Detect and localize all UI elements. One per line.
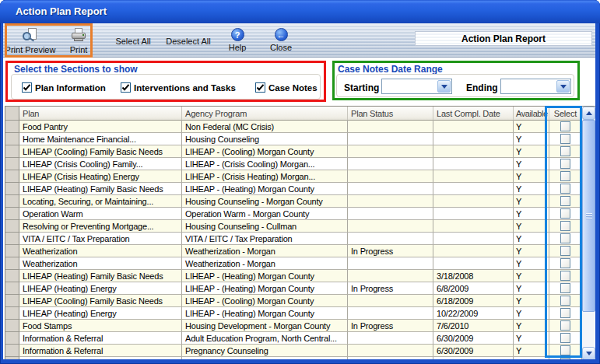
row-selector[interactable] [5, 307, 19, 320]
table-row[interactable]: Food Pantry Non Federal (MC Crisis) Y [5, 121, 595, 133]
cell-agency-program: Housing Counseling - Cullman [182, 220, 348, 233]
row-selector[interactable] [5, 145, 19, 158]
table-row[interactable]: Locating, Securing, or Maintaining... Ho… [5, 195, 595, 208]
cell-agency-program: Housing Development - Morgan County [182, 320, 348, 332]
scrollbar-grip [586, 213, 592, 219]
cell-agency-program: Weatherization - Morgan [182, 257, 348, 270]
cell-plan-status [348, 295, 433, 307]
column-header-plan[interactable]: Plan [19, 107, 182, 121]
table-row[interactable]: Weatherization Weatherization - Morgan Y [5, 257, 595, 270]
row-selector[interactable] [5, 195, 19, 208]
cell-agency-program: Pregnancy Counseling [182, 345, 348, 357]
cell-last-compl-date [433, 208, 514, 220]
cell-plan: LIHEAP (Crisis Cooling) Family... [19, 158, 182, 170]
select-all-label: Select All [115, 37, 150, 46]
cell-plan: Home Maintenance Financial... [19, 133, 182, 145]
row-selector[interactable] [5, 282, 19, 295]
table-row[interactable]: VITA / EITC / Tax Preparation VITA / EIT… [5, 233, 595, 245]
header-row-selector [5, 107, 19, 121]
table-row[interactable]: LIHEAP (Cooling) Family Basic Needs LIHE… [5, 145, 595, 158]
scroll-down-button[interactable] [582, 347, 595, 359]
table-row[interactable]: LIHEAP (Crisis Heating) Energy LIHEAP - … [5, 170, 595, 183]
table-row[interactable]: Weatherization Weatherization - Morgan I… [5, 245, 595, 257]
column-header-last-compl-date[interactable]: Last Compl. Date [433, 107, 514, 121]
help-icon: ? [231, 28, 244, 41]
row-selector[interactable] [5, 357, 19, 359]
cell-last-compl-date [433, 195, 514, 208]
cell-plan-status [348, 170, 433, 183]
table-row[interactable]: Resolving or Preventing Mortgage... Hous… [5, 220, 595, 233]
close-label: Close [270, 43, 292, 52]
cell-plan: Operation Warm [19, 208, 182, 220]
row-selector[interactable] [5, 133, 19, 145]
row-selector[interactable] [5, 345, 19, 357]
cell-plan: LIHEAP (Cooling) Family Basic Needs [19, 295, 182, 307]
cell-plan-status: In Progress [348, 245, 433, 257]
cell-last-compl-date: 6/30/2009 [433, 332, 514, 345]
row-selector[interactable] [5, 257, 19, 270]
vertical-scrollbar[interactable] [582, 107, 595, 359]
table-row[interactable]: Information & Referral Adult Education P… [5, 357, 595, 359]
report-title-panel: Action Plan Report [415, 31, 592, 46]
row-selector[interactable] [5, 158, 19, 170]
help-label: Help [229, 43, 247, 52]
table-row[interactable]: LIHEAP (Heating) Energy LIHEAP - (Heatin… [5, 282, 595, 295]
close-button[interactable]: ← Close [254, 28, 308, 52]
table-row[interactable]: Information & Referral Pregnancy Counsel… [5, 345, 595, 357]
column-header-agency-program[interactable]: Agency Program [182, 107, 348, 121]
row-selector[interactable] [5, 332, 19, 345]
cell-plan: Resolving or Preventing Mortgage... [19, 220, 182, 233]
cell-plan: LIHEAP (Heating) Family Basic Needs [19, 183, 182, 195]
cell-plan: Locating, Securing, or Maintaining... [19, 195, 182, 208]
scroll-up-button[interactable] [582, 107, 595, 120]
table-row[interactable]: Information & Referral Adult Education P… [5, 332, 595, 345]
scrollbar-thumb[interactable] [582, 120, 595, 312]
action-plan-report-window: Action Plan Report Print Preview Print S… [0, 0, 600, 364]
cell-plan-status [348, 121, 433, 133]
column-header-plan-status[interactable]: Plan Status [348, 107, 433, 121]
table-row[interactable]: Operation Warm Operation Warm - Morgan C… [5, 208, 595, 220]
cell-plan: Information & Referral [19, 345, 182, 357]
cell-agency-program: LIHEAP - (Heating) Morgan County [182, 183, 348, 195]
row-selector[interactable] [5, 320, 19, 332]
row-select-checkbox[interactable] [560, 358, 570, 359]
table-row[interactable]: LIHEAP (Heating) Family Basic Needs LIHE… [5, 183, 595, 195]
annotation-red-box [5, 61, 326, 102]
row-selector[interactable] [5, 121, 19, 133]
annotation-green-box [332, 61, 580, 100]
row-selector[interactable] [5, 233, 19, 245]
table-row[interactable]: LIHEAP (Crisis Cooling) Family... LIHEAP… [5, 158, 595, 170]
cell-plan-status [348, 233, 433, 245]
deselect-all-button[interactable]: Deselect All [161, 28, 216, 46]
cell-plan-status [348, 145, 433, 158]
table-header-row: PlanAgency ProgramPlan StatusLast Compl.… [5, 107, 595, 121]
cell-plan: Weatherization [19, 257, 182, 270]
select-all-button[interactable]: Select All [106, 28, 160, 46]
cell-last-compl-date [433, 133, 514, 145]
cell-agency-program: LIHEAP - (Cooling) Morgan County [182, 295, 348, 307]
row-selector[interactable] [5, 295, 19, 307]
cell-last-compl-date [433, 183, 514, 195]
row-selector[interactable] [5, 183, 19, 195]
cell-last-compl-date: 6/18/2009 [433, 295, 514, 307]
cell-agency-program: Housing Counseling - Morgan County [182, 195, 348, 208]
row-selector[interactable] [5, 270, 19, 282]
cell-last-compl-date: 6/8/2009 [433, 282, 514, 295]
row-selector[interactable] [5, 220, 19, 233]
cell-plan-status: In Progress [348, 282, 433, 295]
deselect-all-label: Deselect All [166, 37, 210, 46]
table-row[interactable]: LIHEAP (Cooling) Family Basic Needs LIHE… [5, 295, 595, 307]
cell-plan-status [348, 345, 433, 357]
cell-last-compl-date: 10/22/2009 [433, 307, 514, 320]
row-selector[interactable] [5, 245, 19, 257]
cell-plan: LIHEAP (Heating) Energy [19, 282, 182, 295]
cell-plan-status [348, 357, 433, 359]
row-selector[interactable] [5, 208, 19, 220]
cell-agency-program: LIHEAP - (Heating) Morgan County [182, 282, 348, 295]
table-row[interactable]: Food Stamps Housing Development - Morgan… [5, 320, 595, 332]
table-row[interactable]: LIHEAP (Heating) Family Basic Needs LIHE… [5, 270, 595, 282]
table-row[interactable]: Home Maintenance Financial... Housing Co… [5, 133, 595, 145]
table-row[interactable]: LIHEAP (Heating) Energy LIHEAP - (Heatin… [5, 307, 595, 320]
row-selector[interactable] [5, 170, 19, 183]
table-body: Food Pantry Non Federal (MC Crisis) Y Ho… [5, 121, 595, 359]
